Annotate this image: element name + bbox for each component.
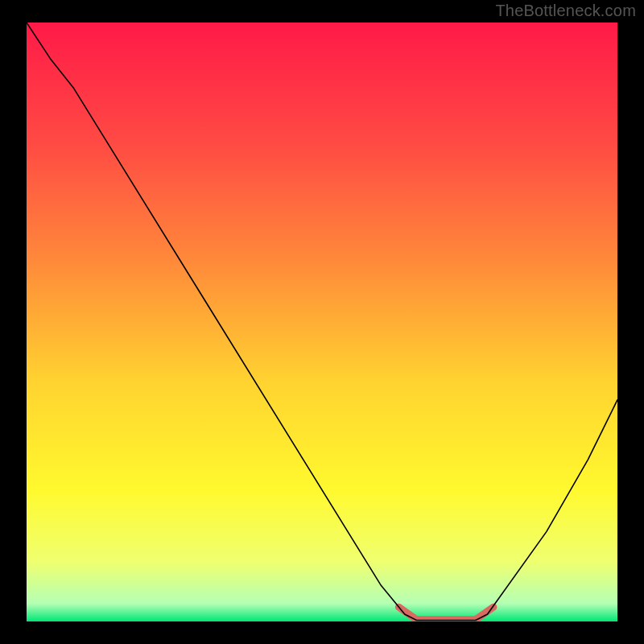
- background-rect: [27, 23, 617, 621]
- watermark-text: TheBottleneck.com: [495, 2, 636, 20]
- plot-area: [27, 23, 617, 621]
- chart-svg: [27, 23, 617, 621]
- chart-frame: TheBottleneck.com: [0, 0, 644, 644]
